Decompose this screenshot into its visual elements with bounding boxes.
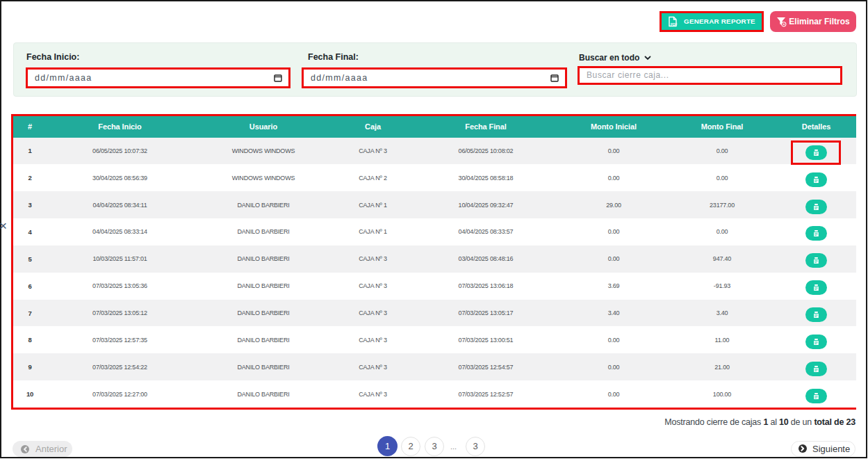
svg-text:PDF: PDF: [671, 22, 678, 26]
